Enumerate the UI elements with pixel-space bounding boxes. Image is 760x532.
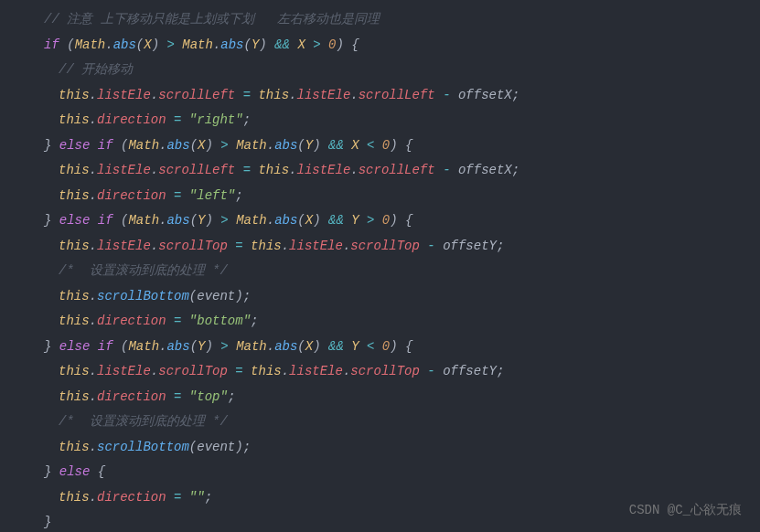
code-line: this.scrollBottom(event); <box>29 284 760 310</box>
code-block: // 注意 上下移动只能是上划或下划 左右移动也是同理 if (Math.abs… <box>0 7 760 532</box>
code-line: } else if (Math.abs(X) > Math.abs(Y) && … <box>29 133 760 159</box>
code-line: } else if (Math.abs(Y) > Math.abs(X) && … <box>29 335 760 360</box>
code-line: /* 设置滚动到底的处理 */ <box>29 259 760 284</box>
code-line: this.direction = "left"; <box>29 184 760 209</box>
code-line: // 注意 上下移动只能是上划或下划 左右移动也是同理 <box>29 7 760 33</box>
comment: /* 设置滚动到底的处理 */ <box>59 263 228 278</box>
code-line: this.direction = "top"; <box>29 385 760 410</box>
code-line: } else { <box>29 460 760 485</box>
code-line: if (Math.abs(X) > Math.abs(Y) && X > 0) … <box>29 33 760 59</box>
comment: // 注意 上下移动只能是上划或下划 左右移动也是同理 <box>44 12 380 27</box>
code-line: this.direction = "bottom"; <box>29 309 760 335</box>
code-line: this.scrollBottom(event); <box>29 435 760 461</box>
code-line: /* 设置滚动到底的处理 */ <box>29 410 760 435</box>
code-line: this.listEle.scrollLeft = this.listEle.s… <box>29 83 760 109</box>
comment: /* 设置滚动到底的处理 */ <box>59 414 228 429</box>
comment: // 开始移动 <box>59 62 133 77</box>
code-line: this.listEle.scrollTop = this.listEle.sc… <box>29 359 760 385</box>
code-line: this.listEle.scrollLeft = this.listEle.s… <box>29 158 760 184</box>
code-line: // 开始移动 <box>29 58 760 83</box>
code-line: } else if (Math.abs(Y) > Math.abs(X) && … <box>29 208 760 234</box>
code-line: this.listEle.scrollTop = this.listEle.sc… <box>29 234 760 260</box>
code-line: this.direction = "right"; <box>29 108 760 133</box>
watermark: CSDN @C_心欲无痕 <box>629 498 742 524</box>
